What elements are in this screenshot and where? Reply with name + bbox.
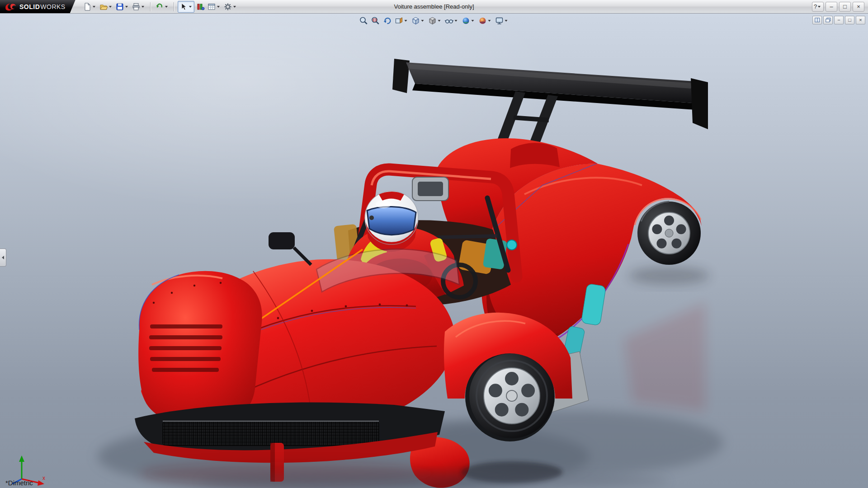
brand-bold: SOLID <box>19 3 40 10</box>
3d-viewport[interactable]: − □ × <box>0 14 868 488</box>
solidworks-logo: SOLID WORKS <box>0 0 75 13</box>
edit-appearance-button[interactable] <box>195 1 206 12</box>
hide-show-items-button[interactable] <box>444 15 460 26</box>
zoom-to-area-button[interactable] <box>370 15 381 26</box>
new-document-icon <box>83 2 92 11</box>
dropdown-caret[interactable] <box>125 6 128 8</box>
edit-appearance-button-hud[interactable] <box>461 15 476 26</box>
design-table-button[interactable] <box>206 1 222 12</box>
close-button[interactable]: × <box>853 2 864 12</box>
options-gear-icon <box>223 2 232 11</box>
dropdown-caret[interactable] <box>109 6 112 8</box>
dropdown-caret[interactable] <box>818 6 821 8</box>
toolbar-separator <box>150 2 151 11</box>
minimize-icon: – <box>830 4 833 9</box>
window-title: Voiture assemblee [Read-only] <box>394 3 474 10</box>
brand-light: WORKS <box>40 3 65 10</box>
featuremanager-collapse-tab[interactable] <box>0 249 6 267</box>
dropdown-caret[interactable] <box>472 20 474 22</box>
open-document-button[interactable] <box>98 1 114 12</box>
print-button[interactable] <box>131 1 146 12</box>
apply-scene-button[interactable] <box>477 15 493 26</box>
dropdown-caret[interactable] <box>165 6 168 8</box>
doc-restore-button[interactable]: □ <box>845 16 854 24</box>
section-view-icon <box>395 16 404 25</box>
appearance-sphere-icon <box>462 16 471 25</box>
doc-minimize-icon: − <box>837 18 840 23</box>
options-button[interactable] <box>222 1 238 12</box>
dropdown-caret[interactable] <box>488 20 491 22</box>
cascade-windows-icon <box>826 18 831 23</box>
heads-up-view-toolbar <box>359 15 510 26</box>
doc-minimize-button[interactable]: − <box>834 16 844 24</box>
new-document-button[interactable] <box>82 1 98 12</box>
view-orientation-label: *Dimetric <box>5 479 33 487</box>
dropdown-caret[interactable] <box>505 20 508 22</box>
dropdown-caret[interactable] <box>421 20 424 22</box>
previous-view-icon <box>383 16 392 25</box>
zoom-to-fit-icon <box>359 16 368 25</box>
undo-arrow-icon <box>155 2 164 11</box>
maximize-button[interactable]: □ <box>839 2 851 12</box>
ds-logo-icon <box>5 3 16 11</box>
dropdown-caret[interactable] <box>142 6 144 8</box>
x-axis-label: x <box>42 475 45 481</box>
document-window-controls: − □ × <box>812 16 865 24</box>
undo-button[interactable] <box>154 1 170 12</box>
close-icon: × <box>857 4 860 9</box>
dropdown-caret[interactable] <box>217 6 220 8</box>
minimize-button[interactable]: – <box>826 2 837 12</box>
viewport-cascade-button[interactable] <box>823 16 833 24</box>
doc-restore-icon: □ <box>848 18 851 23</box>
previous-view-button[interactable] <box>382 15 393 26</box>
toolbar-separator <box>174 2 174 11</box>
viewport-split-icon <box>815 18 820 23</box>
dropdown-caret[interactable] <box>455 20 458 22</box>
dropdown-caret[interactable] <box>438 20 441 22</box>
view-settings-icon <box>495 16 504 25</box>
left-fender[interactable] <box>138 271 262 427</box>
zoom-to-fit-button[interactable] <box>359 15 369 26</box>
display-style-cube-icon <box>428 16 437 25</box>
collapse-arrow-icon <box>2 256 4 259</box>
title-bar: SOLID WORKS <box>0 0 868 14</box>
dropdown-caret[interactable] <box>233 6 236 8</box>
main-toolbar <box>82 1 238 13</box>
view-settings-button[interactable] <box>494 15 510 26</box>
window-controls: ? – □ × <box>812 2 868 12</box>
eyeglasses-icon <box>445 16 454 25</box>
view-orientation-cube-icon <box>411 16 420 25</box>
maximize-icon: □ <box>843 4 847 9</box>
view-orientation-button[interactable] <box>410 15 426 26</box>
save-floppy-icon <box>115 2 124 11</box>
doc-close-button[interactable]: × <box>856 16 865 24</box>
rear-wing[interactable] <box>392 59 708 153</box>
help-icon: ? <box>814 4 817 9</box>
display-style-button[interactable] <box>427 15 443 26</box>
open-folder-icon <box>99 2 108 11</box>
apply-scene-icon <box>478 16 487 25</box>
car-model-scene[interactable]: x <box>0 14 868 488</box>
help-button[interactable]: ? <box>812 2 824 12</box>
viewport-split-button[interactable] <box>812 16 822 24</box>
section-view-button[interactable] <box>394 15 410 26</box>
appearance-bars-icon <box>196 2 205 11</box>
printer-icon <box>132 2 141 11</box>
doc-close-icon: × <box>859 18 862 23</box>
zoom-to-area-icon <box>371 16 380 25</box>
design-table-icon <box>207 2 216 11</box>
dropdown-caret[interactable] <box>405 20 407 22</box>
dropdown-caret[interactable] <box>189 6 192 8</box>
rear-wheel[interactable] <box>637 202 701 265</box>
select-cursor-icon <box>179 2 188 11</box>
save-button[interactable] <box>114 1 130 12</box>
dropdown-caret[interactable] <box>93 6 95 8</box>
select-button[interactable] <box>178 1 194 13</box>
